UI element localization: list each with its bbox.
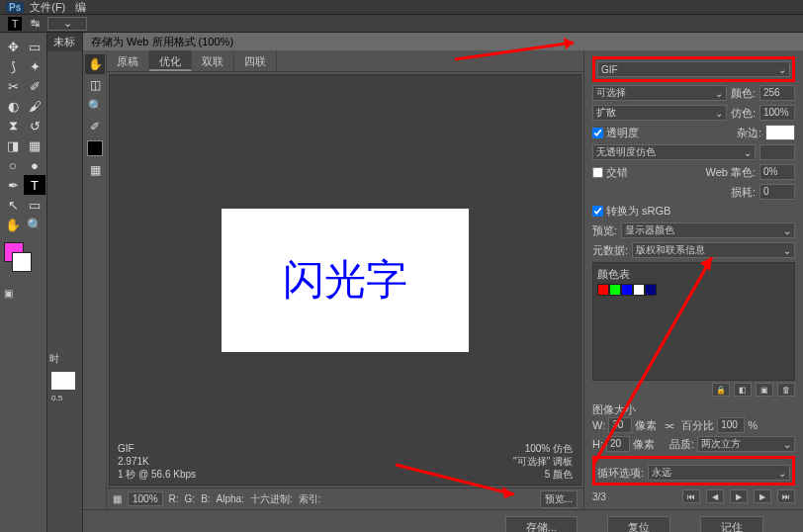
color-table-label: 颜色表 — [597, 267, 790, 282]
quality-select[interactable]: 两次立方 — [697, 436, 795, 452]
zoom-select[interactable]: 100% — [128, 491, 163, 506]
reset-button[interactable]: 复位 — [607, 516, 670, 532]
trans-dither-val[interactable] — [759, 144, 795, 160]
format-select[interactable]: GIF — [597, 61, 790, 77]
px2-label: 像素 — [633, 437, 655, 452]
zoom-icon[interactable]: 🔍 — [85, 96, 105, 116]
quickmask-icon[interactable]: ▣ — [2, 286, 45, 301]
loop-label: 循环选项: — [597, 466, 644, 481]
frame-counter: 3/3 — [592, 491, 606, 502]
percent-label: 百分比 — [681, 418, 714, 433]
ct-new-icon[interactable]: ▣ — [756, 383, 773, 397]
percent-input[interactable]: 100 — [717, 417, 745, 433]
dodge-tool[interactable]: ● — [24, 155, 45, 175]
marquee-tool[interactable]: ▭ — [24, 37, 45, 56]
transparency-check[interactable]: 透明度 — [592, 126, 639, 140]
eyedropper-tool[interactable]: ✐ — [24, 76, 45, 96]
heal-tool[interactable]: ◐ — [2, 96, 24, 116]
crop-tool[interactable]: ✂ — [2, 76, 24, 96]
doc-tab[interactable]: 未标 — [47, 33, 82, 51]
ps-logo: Ps — [6, 2, 24, 13]
text-tool[interactable]: T — [24, 175, 45, 195]
colors-label: 颜色: — [731, 86, 756, 101]
swap-orientation-icon[interactable]: ↹ — [28, 17, 42, 31]
sample-swatch — [87, 140, 103, 156]
palette-select[interactable]: 可选择 — [592, 85, 727, 101]
height-input[interactable]: 20 — [606, 436, 630, 452]
last-frame-icon[interactable]: ⏭ — [777, 489, 795, 503]
font-dropdown-icon[interactable]: ⌄ — [47, 17, 87, 31]
lossy-input[interactable]: 0 — [759, 184, 795, 200]
preview-canvas: 闪光字 — [222, 209, 469, 352]
websnap-input[interactable]: 0% — [759, 164, 795, 180]
tab-optimized[interactable]: 优化 — [149, 50, 192, 71]
interlace-check[interactable]: 交错 — [592, 165, 628, 180]
history-brush-tool[interactable]: ↺ — [24, 116, 45, 135]
frame-thumb[interactable] — [51, 372, 75, 390]
canvas-info-left: GIF 2.971K 1 秒 @ 56.6 Kbps — [118, 442, 196, 481]
slice-icon[interactable]: ◫ — [85, 75, 105, 95]
tab-2up[interactable]: 双联 — [192, 50, 234, 71]
srgb-check[interactable]: 转换为 sRGB — [592, 204, 670, 219]
brush-tool[interactable]: 🖌 — [24, 96, 45, 116]
preview-statusbar: ▦ 100% R: G: B: Alpha: 十六进制: 索引: 预览... — [107, 488, 583, 509]
b-label: B: — [201, 493, 210, 504]
ct-trash-icon[interactable]: 🗑 — [777, 383, 795, 397]
mode-icon[interactable]: ▦ — [113, 493, 122, 504]
width-input[interactable]: 30 — [608, 417, 632, 433]
eraser-tool[interactable]: ◨ — [2, 135, 24, 155]
slice-visibility-icon[interactable]: ▦ — [85, 160, 105, 180]
metadata-select[interactable]: 版权和联系信息 — [632, 242, 795, 258]
hand-tool[interactable]: ✋ — [2, 215, 24, 234]
ct-lock-icon[interactable]: 🔒 — [712, 383, 730, 397]
loop-select[interactable]: 永远 — [648, 465, 790, 481]
pct-label: % — [748, 419, 758, 431]
g-label: G: — [185, 493, 196, 504]
gradient-tool[interactable]: ▦ — [24, 135, 45, 155]
main-toolbox: ✥ ▭ ⟆ ✦ ✂ ✐ ◐ 🖌 ⧗ ↺ ◨ ▦ ○ ● ✒ T ↖ ▭ ✋ 🔍 … — [0, 33, 47, 532]
trans-dither-select[interactable]: 无透明度仿色 — [592, 144, 756, 160]
preview-select[interactable]: 显示器颜色 — [621, 222, 795, 238]
move-tool[interactable]: ✥ — [2, 37, 24, 56]
tab-4up[interactable]: 四联 — [234, 50, 277, 71]
next-frame-icon[interactable]: ▶ — [754, 489, 771, 503]
menu-edit[interactable]: 编 — [75, 0, 86, 15]
dither-input[interactable]: 100% — [759, 105, 795, 121]
blur-tool[interactable]: ○ — [2, 155, 24, 175]
preview-browser[interactable]: 预览... — [540, 490, 578, 508]
wand-tool[interactable]: ✦ — [24, 56, 45, 76]
ct-swatch[interactable] — [597, 284, 609, 296]
ct-swatch[interactable] — [633, 284, 645, 296]
zoom-tool[interactable]: 🔍 — [24, 215, 45, 234]
preview-canvas-wrap: 闪光字 GIF 2.971K 1 秒 @ 56.6 Kbps 100% 仿色 "… — [109, 74, 581, 486]
stamp-tool[interactable]: ⧗ — [2, 116, 24, 135]
ct-swatch[interactable] — [645, 284, 657, 296]
tool-indicator-T: T — [8, 17, 22, 31]
lasso-tool[interactable]: ⟆ — [2, 56, 24, 76]
preview-toolbox: ✋ ◫ 🔍 ✐ ▦ — [83, 50, 107, 509]
ct-map-icon[interactable]: ◧ — [734, 383, 752, 397]
preview-label: 预览: — [592, 223, 617, 238]
remember-button[interactable]: 记住 — [700, 516, 763, 532]
path-tool[interactable]: ↖ — [2, 195, 24, 215]
ct-swatch[interactable] — [609, 284, 621, 296]
background-swatch[interactable] — [12, 252, 32, 272]
first-frame-icon[interactable]: ⏮ — [682, 489, 700, 503]
prev-frame-icon[interactable]: ◀ — [706, 489, 724, 503]
color-table-panel: 颜色表 — [592, 262, 795, 381]
shape-tool[interactable]: ▭ — [24, 195, 45, 215]
menu-file[interactable]: 文件(F) — [30, 0, 65, 15]
eyedropper-icon[interactable]: ✐ — [85, 117, 105, 136]
play-icon[interactable]: ▶ — [730, 489, 748, 503]
save-button[interactable]: 存储... — [505, 516, 578, 532]
matte-swatch[interactable] — [765, 125, 795, 140]
hand-icon[interactable]: ✋ — [85, 54, 105, 74]
colors-input[interactable]: 256 — [759, 85, 795, 101]
alpha-label: Alpha: — [217, 493, 244, 504]
pen-tool[interactable]: ✒ — [2, 175, 24, 195]
dither-select[interactable]: 扩散 — [592, 105, 727, 121]
link-icon[interactable]: ⫘ — [664, 419, 674, 431]
image-size-title: 图像大小 — [592, 402, 795, 417]
ct-swatch[interactable] — [621, 284, 633, 296]
tab-original[interactable]: 原稿 — [107, 50, 149, 71]
